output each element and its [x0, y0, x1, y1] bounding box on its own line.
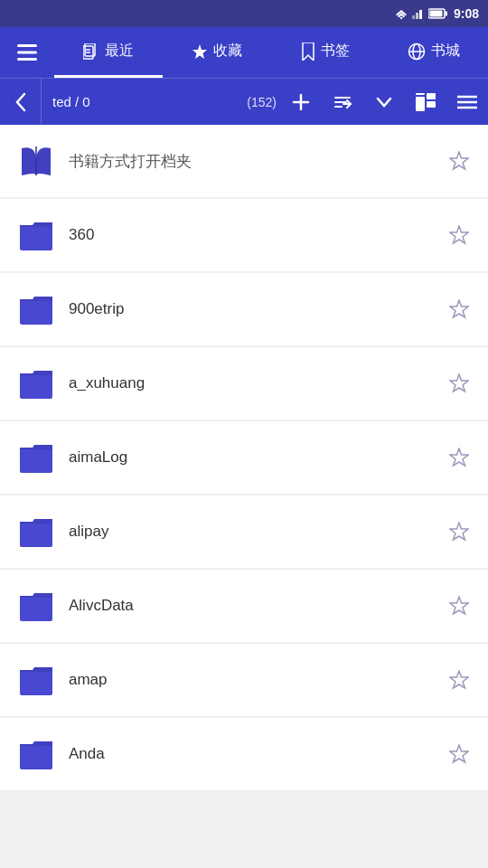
svg-rect-8 — [429, 11, 442, 17]
folder-name: a_xuhuang — [58, 374, 445, 392]
nav-favorites[interactable]: 收藏 — [163, 27, 271, 78]
folder-item[interactable]: amap — [0, 644, 488, 716]
folder-icon — [14, 658, 58, 702]
toolbar-actions — [280, 79, 488, 125]
menu-button[interactable] — [0, 27, 54, 78]
star-button-special[interactable] — [445, 146, 474, 175]
svg-rect-5 — [419, 10, 422, 19]
sort-icon — [333, 93, 352, 111]
svg-marker-34 — [450, 152, 468, 169]
globe-icon — [408, 42, 426, 61]
book-icon — [14, 139, 58, 183]
folder-icon — [14, 584, 58, 627]
svg-marker-42 — [450, 745, 468, 762]
toolbar-count: (152) — [247, 95, 280, 109]
status-time: 9:08 — [454, 6, 479, 21]
folder-icon — [14, 732, 58, 776]
svg-marker-35 — [450, 226, 468, 243]
folder-svg — [18, 516, 54, 547]
add-icon — [292, 93, 310, 111]
folder-svg — [18, 442, 54, 473]
folder-svg — [18, 220, 54, 250]
nav-bookmarks-label: 书签 — [321, 42, 350, 61]
folder-item[interactable]: 900etrip — [0, 273, 488, 345]
star-button[interactable] — [445, 221, 474, 250]
folder-icon — [14, 510, 58, 553]
open-as-book-item[interactable]: 书籍方式打开档夹 — [0, 125, 488, 197]
folder-name: amap — [58, 671, 445, 689]
folder-name: AlivcData — [58, 597, 445, 615]
svg-marker-36 — [450, 300, 468, 317]
chevron-down-icon — [376, 96, 392, 108]
folder-view-icon — [416, 93, 436, 111]
star-button[interactable] — [445, 369, 474, 398]
folder-name: Anda — [58, 745, 445, 763]
svg-marker-38 — [450, 448, 468, 466]
svg-marker-16 — [192, 44, 207, 59]
folder-svg — [18, 294, 54, 325]
svg-marker-40 — [450, 597, 468, 614]
more-button[interactable] — [446, 79, 488, 125]
folder-icon — [14, 288, 58, 331]
nav-bookstore-label: 书城 — [431, 42, 460, 61]
star-button[interactable] — [445, 295, 474, 324]
svg-rect-11 — [17, 58, 37, 61]
svg-point-2 — [400, 17, 402, 19]
folder-icon — [14, 213, 58, 257]
folder-view-button[interactable] — [405, 79, 446, 125]
back-icon — [15, 92, 26, 112]
star-button[interactable] — [445, 443, 474, 472]
folder-item[interactable]: AlivcData — [0, 570, 488, 642]
toolbar-path: ted / 0 — [42, 94, 247, 109]
star-button[interactable] — [445, 665, 474, 694]
star-button[interactable] — [445, 517, 474, 546]
filter-button[interactable] — [363, 79, 405, 125]
nav-recent-label: 最近 — [105, 42, 134, 61]
folder-name: 360 — [58, 226, 445, 244]
svg-rect-9 — [17, 44, 37, 47]
svg-marker-39 — [450, 523, 468, 540]
svg-rect-28 — [427, 101, 436, 108]
svg-rect-26 — [416, 97, 425, 111]
folder-svg — [18, 665, 54, 695]
star-outline-icon — [449, 596, 469, 616]
hamburger-icon — [17, 44, 37, 61]
signal-icon — [412, 8, 425, 19]
nav-recent[interactable]: 最近 — [54, 27, 163, 78]
folder-item[interactable]: alipay — [0, 495, 488, 568]
status-icons — [394, 8, 448, 19]
star-outline-icon — [449, 448, 469, 467]
folder-name: 900etrip — [58, 300, 445, 318]
nav-favorites-label: 收藏 — [213, 42, 242, 61]
folder-item[interactable]: aimaLog — [0, 421, 488, 494]
svg-rect-29 — [416, 93, 425, 95]
nav-bookmarks[interactable]: 书签 — [271, 27, 380, 78]
battery-icon — [428, 8, 448, 19]
wifi-icon — [394, 8, 408, 19]
star-button[interactable] — [445, 740, 474, 769]
star-outline-icon — [449, 744, 469, 764]
star-outline-icon — [449, 299, 469, 319]
svg-marker-37 — [450, 374, 468, 392]
folder-item[interactable]: a_xuhuang — [0, 347, 488, 420]
open-book-svg — [18, 143, 54, 179]
folder-svg — [18, 739, 54, 769]
star-button[interactable] — [445, 591, 474, 620]
star-outline-icon — [449, 151, 469, 171]
nav-bookstore[interactable]: 书城 — [380, 27, 488, 78]
svg-marker-41 — [450, 671, 468, 688]
back-button[interactable] — [0, 79, 42, 125]
file-list: 书籍方式打开档夹 360 900etrip — [0, 125, 488, 868]
top-nav: 最近 收藏 书签 书城 — [0, 27, 488, 78]
sort-button[interactable] — [322, 79, 363, 125]
folder-icon — [14, 436, 58, 479]
folder-icon — [14, 362, 58, 405]
menu-icon — [457, 94, 477, 110]
svg-rect-27 — [427, 93, 436, 99]
add-button[interactable] — [280, 79, 322, 125]
svg-rect-3 — [412, 15, 415, 19]
folder-item[interactable]: Anda — [0, 718, 488, 790]
recent-icon — [83, 43, 99, 60]
svg-rect-4 — [416, 13, 418, 19]
folder-item[interactable]: 360 — [0, 199, 488, 271]
